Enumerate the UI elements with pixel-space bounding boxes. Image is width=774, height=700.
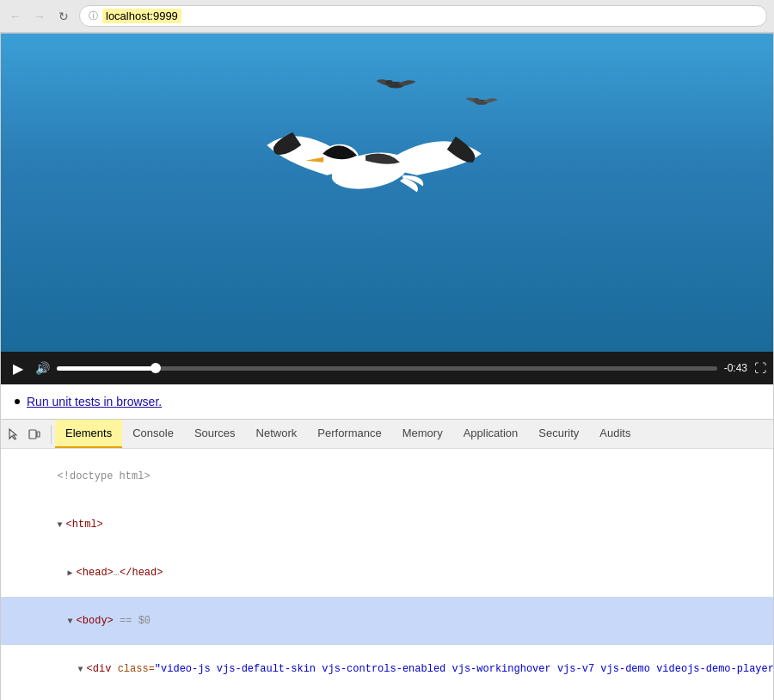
tab-console[interactable]: Console — [122, 420, 184, 448]
bird-scene — [1, 34, 773, 351]
html-line-body: <body> == $0 — [1, 597, 773, 645]
tab-sources[interactable]: Sources — [184, 420, 246, 448]
browser-chrome: ← → ↻ ⓘ localhost:9999 — [0, 0, 774, 33]
tab-network[interactable]: Network — [246, 420, 308, 448]
html-line: <html> — [1, 500, 773, 549]
expand-icon[interactable] — [58, 519, 66, 531]
forward-button[interactable]: → — [31, 8, 48, 25]
play-button[interactable]: ▶ — [8, 358, 28, 378]
html-line: <head>…</head> — [1, 549, 773, 597]
address-bar[interactable]: ⓘ localhost:9999 — [79, 5, 767, 27]
lock-icon: ⓘ — [89, 9, 98, 22]
html-line: <!doctype html> — [1, 452, 773, 500]
expand-icon[interactable] — [78, 663, 87, 676]
devtools-toolbar: Elements Console Sources Network Perform… — [1, 420, 773, 449]
tab-audits[interactable]: Audits — [589, 420, 641, 448]
time-display: -0:43 — [724, 362, 747, 374]
bullet-point — [15, 399, 20, 404]
page-body: Run unit tests in browser. — [1, 384, 773, 419]
svg-rect-7 — [37, 432, 40, 437]
video-controls: ▶ 🔊 -0:43 ⛶ — [1, 352, 773, 384]
video-container — [1, 34, 773, 352]
tab-memory[interactable]: Memory — [392, 420, 453, 448]
back-button[interactable]: ← — [7, 8, 24, 25]
inspect-element-button[interactable] — [4, 425, 23, 444]
html-line-div2: vjs-paused vjs-user-inactive" id="videoj… — [1, 693, 773, 700]
progress-thumb — [150, 363, 161, 373]
svg-point-3 — [385, 80, 393, 85]
refresh-button[interactable]: ↻ — [55, 8, 72, 25]
tab-security[interactable]: Security — [528, 420, 589, 448]
doctype-comment: <!doctype html> — [58, 470, 150, 482]
tab-performance[interactable]: Performance — [307, 420, 391, 448]
video-background — [1, 34, 773, 352]
fullscreen-button[interactable]: ⛶ — [754, 361, 766, 375]
device-toolbar-button[interactable] — [25, 425, 44, 444]
devtools-tabs: Elements Console Sources Network Perform… — [55, 420, 641, 448]
devtools-panel: Elements Console Sources Network Perform… — [1, 419, 773, 700]
devtools-icon-group — [4, 425, 52, 444]
expand-icon[interactable] — [68, 567, 77, 580]
tab-elements[interactable]: Elements — [55, 420, 122, 448]
tab-application[interactable]: Application — [453, 420, 529, 448]
html-line-div: <div class="video-js vjs-default-skin vj… — [1, 645, 773, 693]
svg-rect-6 — [29, 430, 36, 439]
expand-icon[interactable] — [68, 615, 77, 628]
svg-point-5 — [473, 98, 479, 102]
devtools-content[interactable]: <!doctype html> <html> <head>…</head> <b… — [1, 449, 773, 700]
progress-bar[interactable] — [57, 366, 717, 371]
progress-fill — [57, 366, 156, 371]
address-text: localhost:9999 — [102, 9, 181, 23]
main-content: ▶ 🔊 -0:43 ⛶ Run unit tests in browser. — [0, 33, 774, 700]
bullet-item: Run unit tests in browser. — [15, 395, 759, 408]
volume-button[interactable]: 🔊 — [35, 361, 50, 375]
unit-tests-link[interactable]: Run unit tests in browser. — [27, 395, 162, 408]
